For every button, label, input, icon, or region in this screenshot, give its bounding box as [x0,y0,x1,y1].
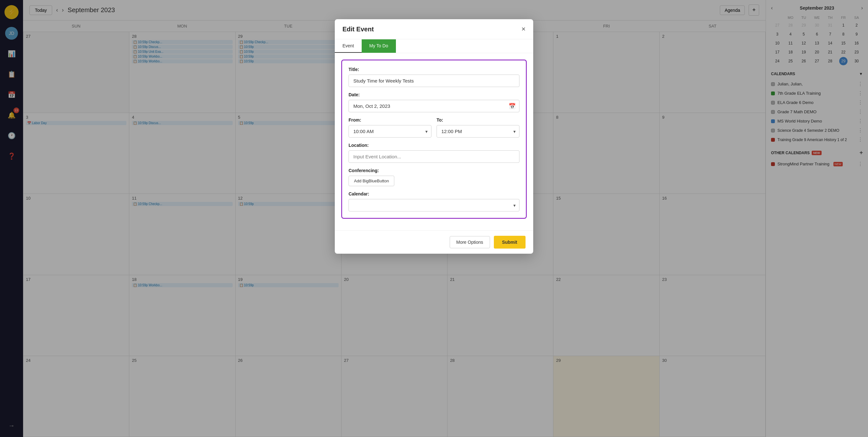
title-label: Title: [348,67,520,72]
calendar-select[interactable] [348,199,520,212]
event-title-input[interactable] [348,74,520,87]
date-label: Date: [348,92,520,97]
modal-header: Edit Event × [335,19,533,39]
more-options-button[interactable]: More Options [450,236,490,248]
from-label: From: [348,117,431,123]
modal-close-button[interactable]: × [521,25,526,33]
modal-footer: More Options Submit [335,230,533,254]
tab-event[interactable]: Event [335,39,362,53]
event-form-section: Title: Date: 📅 From: 10:00 AM 1 [341,60,527,219]
to-label: To: [437,117,520,123]
calendar-select-wrap: ▾ [348,199,520,212]
date-input-wrap: 📅 [348,100,520,112]
to-time-select[interactable]: 12:00 PM 12:30 PM 1:00 PM [437,125,520,137]
from-time-select[interactable]: 10:00 AM 10:30 AM 11:00 AM [348,125,431,137]
event-date-input[interactable] [348,100,520,112]
location-label: Location: [348,143,520,148]
submit-button[interactable]: Submit [494,236,526,249]
modal-title: Edit Event [342,26,374,33]
to-select-wrap: 12:00 PM 12:30 PM 1:00 PM ▾ [437,125,520,137]
modal-tabs: Event My To Do [335,39,533,53]
modal-overlay: Edit Event × Event My To Do Title: Date:… [0,0,868,437]
time-row: From: 10:00 AM 10:30 AM 11:00 AM ▾ To: [348,117,520,137]
add-bigbluebutton-button[interactable]: Add BigBlueButton [348,176,394,186]
calendar-label: Calendar: [348,191,520,196]
modal-body: Title: Date: 📅 From: 10:00 AM 1 [335,53,533,230]
from-time-group: From: 10:00 AM 10:30 AM 11:00 AM ▾ [348,117,431,137]
location-input[interactable] [348,150,520,163]
to-time-group: To: 12:00 PM 12:30 PM 1:00 PM ▾ [437,117,520,137]
edit-event-modal: Edit Event × Event My To Do Title: Date:… [335,19,533,254]
tab-mytodo[interactable]: My To Do [362,39,396,53]
from-select-wrap: 10:00 AM 10:30 AM 11:00 AM ▾ [348,125,431,137]
conferencing-label: Conferencing: [348,168,520,173]
